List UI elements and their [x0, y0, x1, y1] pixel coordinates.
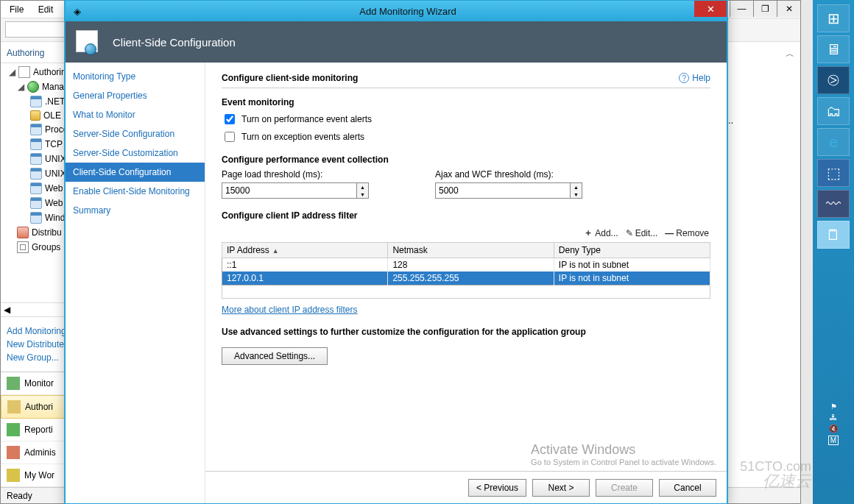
minus-icon: —: [665, 228, 674, 238]
page-load-label: Page load threshold (ms):: [222, 169, 369, 180]
nav-server-custom[interactable]: Server-Side Customization: [66, 143, 205, 163]
remove-button[interactable]: —Remove: [665, 227, 709, 239]
nav-what-to-monitor[interactable]: What to Monitor: [66, 105, 205, 124]
previous-button[interactable]: < Previous: [468, 479, 526, 497]
table-row[interactable]: 127.0.0.1 255.255.255.255 IP is not in s…: [222, 271, 710, 285]
perf-alerts-label: Turn on performance event alerts: [241, 114, 372, 124]
taskbar-start-icon[interactable]: ⊞: [817, 4, 850, 32]
ip-filter-grid[interactable]: IP Address▲ Netmask Deny Type ::1 128 IP…: [222, 242, 710, 285]
wizard-title-icon: ◈: [70, 4, 85, 18]
tray-lang[interactable]: M: [828, 436, 839, 445]
next-button[interactable]: Next >: [532, 479, 590, 497]
menu-edit[interactable]: Edit: [38, 4, 54, 15]
activate-windows-watermark: Activate Windows Go to System in Control…: [531, 442, 716, 466]
taskbar-server-manager-icon[interactable]: 🖥: [817, 35, 850, 63]
help-icon: ?: [679, 73, 689, 83]
perf-alerts-checkbox[interactable]: [225, 114, 235, 124]
add-button[interactable]: ＋Add...: [584, 227, 618, 239]
grid-empty-row: [222, 285, 710, 299]
table-row[interactable]: ::1 128 IP is not in subnet: [222, 258, 710, 272]
wizard-footer: < Previous Next > Create Cancel: [205, 471, 727, 503]
wizard-titlebar[interactable]: ◈ Add Monitoring Wizard ✕: [66, 1, 727, 21]
sort-asc-icon: ▲: [272, 247, 279, 255]
wizard-title: Add Monitoring Wizard: [89, 6, 727, 17]
wizard-header-icon: [74, 29, 104, 55]
tray-network-icon[interactable]: 🖧: [830, 414, 837, 422]
collapse-icon[interactable]: ︿: [786, 48, 794, 60]
wizard-header: Client-Side Configuration: [66, 21, 727, 63]
nav-client-config[interactable]: Client-Side Configuration: [66, 163, 205, 182]
advanced-settings-button[interactable]: Advanced Settings...: [222, 347, 328, 365]
wizard-nav: Monitoring Type General Properties What …: [66, 63, 205, 503]
tray-sound-icon[interactable]: 🔇: [829, 425, 838, 433]
edit-button[interactable]: ✎Edit...: [626, 227, 658, 239]
spin-up-icon[interactable]: ▲: [357, 183, 368, 191]
spin-down-icon[interactable]: ▼: [571, 191, 582, 198]
menu-file[interactable]: File: [10, 4, 24, 15]
pencil-icon: ✎: [626, 228, 633, 238]
more-about-ip-filters-link[interactable]: More about client IP address filters: [222, 305, 358, 315]
col-ip-address[interactable]: IP Address▲: [222, 243, 388, 258]
tree-scroll-left[interactable]: ◀: [4, 305, 10, 315]
wizard-header-title: Client-Side Configuration: [113, 36, 236, 49]
taskbar-notepad-icon[interactable]: 🗒: [817, 221, 850, 249]
advanced-settings-label: Use advanced settings to further customi…: [222, 327, 710, 337]
col-deny-type[interactable]: Deny Type: [554, 243, 710, 258]
nav-summary[interactable]: Summary: [66, 201, 205, 220]
nav-server-config[interactable]: Server-Side Configuration: [66, 124, 205, 143]
bg-maximize-button[interactable]: ❐: [753, 1, 777, 17]
exception-alerts-label: Turn on exception events alerts: [241, 132, 364, 142]
wizard-close-button[interactable]: ✕: [694, 1, 727, 17]
col-netmask[interactable]: Netmask: [388, 243, 554, 258]
nav-general-properties[interactable]: General Properties: [66, 86, 205, 105]
ip-filter-label: Configure client IP address filter: [222, 210, 710, 221]
page-load-spinner[interactable]: ▲▼: [222, 182, 369, 199]
tray-flag-icon[interactable]: ⚑: [830, 402, 837, 411]
taskbar-perfmon-icon[interactable]: 〰: [817, 190, 850, 218]
tray: ⚑ 🖧 🔇 M: [813, 402, 854, 445]
exception-alerts-checkbox[interactable]: [225, 132, 235, 142]
content-title: Configure client-side monitoring: [222, 73, 710, 83]
perf-collection-label: Configure performance event collection: [222, 155, 710, 165]
taskbar-explorer-icon[interactable]: 🗂: [817, 97, 850, 125]
taskbar-app1-icon[interactable]: ⬚: [817, 159, 850, 187]
wizard-content: ?Help Configure client-side monitoring E…: [205, 63, 727, 503]
ajax-threshold-label: Ajax and WCF threshold (ms):: [435, 169, 582, 180]
spin-down-icon[interactable]: ▼: [357, 191, 368, 198]
taskbar: ⊞ 🖥 ⧁ 🗂 e ⬚ 〰 🗒 ⚑ 🖧 🔇 M: [813, 0, 854, 504]
create-button[interactable]: Create: [596, 479, 653, 497]
nav-monitoring-type[interactable]: Monitoring Type: [66, 67, 205, 86]
help-link[interactable]: ?Help: [679, 73, 710, 83]
add-monitoring-wizard: ◈ Add Monitoring Wizard ✕ Client-Side Co…: [65, 0, 727, 504]
page-load-input[interactable]: [222, 183, 356, 198]
cancel-button[interactable]: Cancel: [659, 479, 716, 497]
nav-enable-client[interactable]: Enable Client-Side Monitoring: [66, 182, 205, 201]
bg-title-buttons: — ❐ ✕: [730, 1, 800, 17]
spin-up-icon[interactable]: ▲: [571, 183, 582, 191]
event-monitoring-label: Event monitoring: [222, 97, 710, 107]
ajax-threshold-spinner[interactable]: ▲▼: [435, 182, 582, 199]
bg-minimize-button[interactable]: —: [730, 1, 753, 17]
taskbar-ie-icon[interactable]: e: [817, 128, 850, 156]
plus-icon: ＋: [584, 227, 593, 239]
bg-close-button[interactable]: ✕: [777, 1, 800, 17]
ajax-threshold-input[interactable]: [436, 183, 570, 198]
taskbar-powershell-icon[interactable]: ⧁: [817, 66, 850, 94]
